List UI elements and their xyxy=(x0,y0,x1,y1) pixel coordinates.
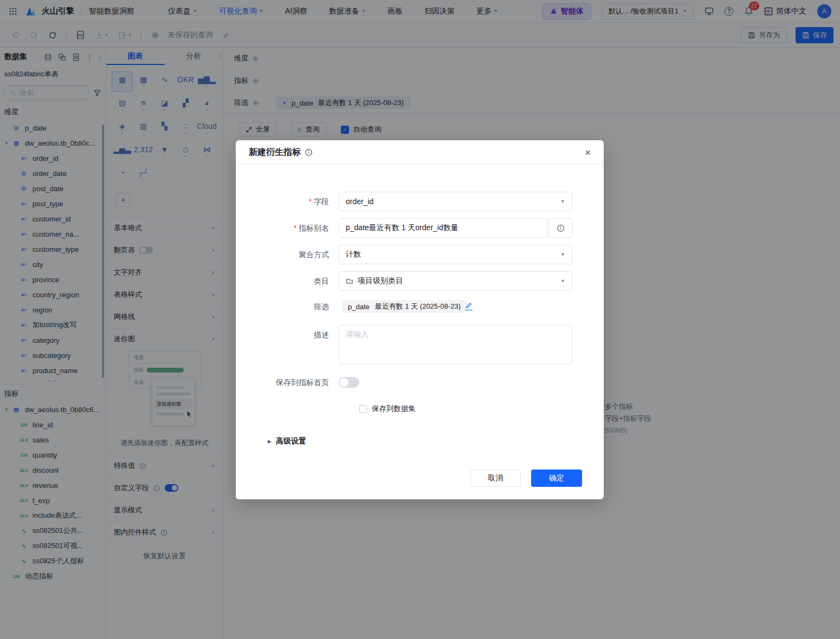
filter-row: 筛选 p_date 最近有数 1 天 (2025-08-23) xyxy=(236,300,604,313)
save-home-row: 保存到指标首页 xyxy=(236,377,604,388)
cancel-button[interactable]: 取消 xyxy=(470,470,521,487)
info-icon xyxy=(305,148,313,157)
alias-input-wrap xyxy=(339,218,547,238)
folder-icon xyxy=(346,277,353,285)
modal-filter-pill[interactable]: p_date 最近有数 1 天 (2025-08-23) xyxy=(342,300,467,313)
alias-input[interactable] xyxy=(346,224,540,232)
description-row: 描述 xyxy=(236,325,604,364)
checkbox-unchecked-icon[interactable] xyxy=(359,405,367,413)
alias-info-button[interactable] xyxy=(548,218,573,238)
save-home-toggle[interactable] xyxy=(339,377,359,388)
close-icon[interactable]: × xyxy=(585,147,591,158)
description-textarea[interactable] xyxy=(339,325,572,364)
create-derived-metric-modal: 新建衍生指标 × 字段 order_id ▼ 指标别名 聚合方式 计数 ▼ 类目… xyxy=(236,140,604,499)
confirm-button[interactable]: 确定 xyxy=(531,470,582,487)
category-select[interactable]: 项目级别类目 ▼ xyxy=(339,271,572,291)
modal-title: 新建衍生指标 xyxy=(249,147,301,158)
aggregation-select[interactable]: 计数 ▼ xyxy=(339,245,572,264)
field-select[interactable]: order_id ▼ xyxy=(339,192,572,211)
alias-row: 指标别名 xyxy=(236,218,604,238)
advanced-settings-toggle[interactable]: ▶ 高级设置 xyxy=(268,436,306,446)
chevron-down-icon: ▼ xyxy=(560,199,565,204)
save-dataset-option[interactable]: 保存到数据集 xyxy=(359,404,416,414)
aggregation-row: 聚合方式 计数 ▼ xyxy=(236,245,604,264)
chevron-down-icon: ▼ xyxy=(560,252,565,257)
chevron-right-icon: ▶ xyxy=(268,439,272,444)
field-row: 字段 order_id ▼ xyxy=(236,192,604,211)
edit-filter-pencil-icon[interactable] xyxy=(465,302,473,310)
category-row: 类目 项目级别类目 ▼ xyxy=(236,271,604,291)
chevron-down-icon: ▼ xyxy=(560,278,565,284)
